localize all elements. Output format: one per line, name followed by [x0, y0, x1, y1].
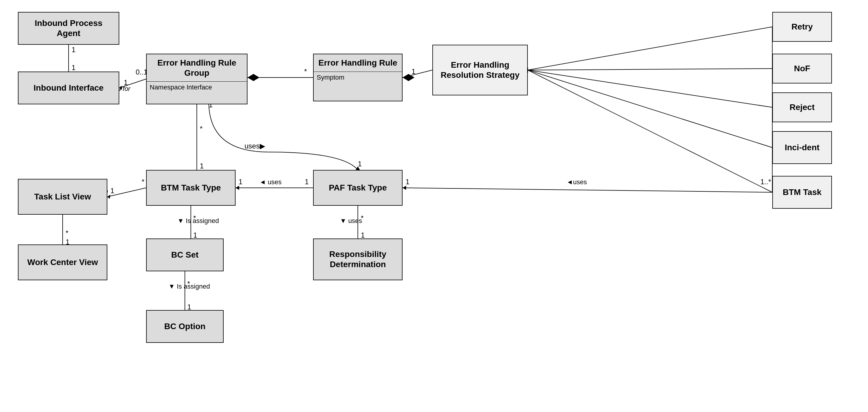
svg-text:1: 1 [124, 78, 128, 87]
error-handling-resolution-label: Error Handling Resolution Strategy [436, 60, 524, 80]
svg-line-18 [528, 70, 772, 148]
svg-text:*: * [200, 125, 203, 133]
svg-text:1: 1 [361, 231, 365, 239]
error-handling-rule-group-subtitle: Namespace Interface [147, 82, 247, 93]
paf-task-type-box: PAF Task Type [313, 170, 403, 206]
responsibility-determination-label: Responsibility Determination [314, 246, 402, 272]
btm-task-box: BTM Task [772, 176, 832, 209]
inbound-process-agent-label: Inbound Process Agent [19, 15, 119, 41]
error-handling-rule-box: Error Handling Rule Symptom [313, 54, 403, 101]
error-handling-rule-label: Error Handling Rule [315, 54, 400, 71]
bc-option-box: BC Option [146, 310, 224, 343]
uml-diagram: 1 1 1 0..1 Is defined for * 1 * 1 [0, 0, 868, 412]
svg-line-17 [528, 70, 772, 107]
svg-text:*: * [66, 229, 68, 237]
svg-marker-25 [356, 166, 360, 170]
svg-text:1: 1 [71, 45, 75, 54]
nof-label: NoF [794, 63, 810, 74]
incident-label: Inci-dent [785, 142, 820, 153]
svg-text:▼ Is assigned: ▼ Is assigned [178, 217, 219, 224]
task-list-view-label: Task List View [31, 189, 95, 205]
svg-marker-57 [403, 186, 406, 190]
btm-task-type-label: BTM Task Type [157, 180, 224, 196]
svg-text:▼ uses: ▼ uses [340, 217, 362, 224]
bc-set-label: BC Set [167, 247, 202, 263]
reject-box: Reject [772, 92, 832, 122]
work-center-view-label: Work Center View [24, 254, 101, 271]
error-handling-resolution-box: Error Handling Resolution Strategy [432, 45, 528, 95]
svg-marker-13 [403, 74, 414, 81]
retry-label: Retry [792, 22, 813, 32]
svg-text:uses▶: uses▶ [245, 142, 266, 150]
retry-box: Retry [772, 12, 832, 42]
svg-text:*: * [142, 178, 144, 186]
svg-text:◄ uses: ◄ uses [259, 178, 281, 186]
svg-text:1: 1 [71, 63, 75, 71]
error-handling-rule-subtitle: Symptom [314, 71, 402, 83]
work-center-view-box: Work Center View [18, 245, 107, 280]
bc-option-label: BC Option [161, 318, 209, 335]
svg-marker-32 [107, 195, 110, 199]
task-list-view-box: Task List View [18, 179, 107, 215]
btm-task-type-box: BTM Task Type [146, 170, 236, 206]
svg-text:▼ Is assigned: ▼ Is assigned [168, 283, 210, 290]
btm-task-label: BTM Task [783, 187, 822, 197]
inbound-interface-box: Inbound Interface [18, 71, 119, 104]
svg-text:1: 1 [405, 178, 409, 186]
svg-line-12 [403, 70, 432, 77]
svg-text:1..*: 1..* [761, 178, 771, 186]
bc-set-box: BC Set [146, 239, 224, 271]
svg-text:1: 1 [110, 187, 114, 195]
reject-label: Reject [789, 102, 815, 113]
error-handling-rule-group-label: Error Handling Rule Group [147, 54, 247, 82]
svg-line-16 [528, 69, 772, 70]
svg-text:*: * [193, 214, 196, 222]
svg-text:1: 1 [239, 178, 242, 186]
svg-text:1: 1 [200, 162, 204, 170]
error-handling-rule-group-box: Error Handling Rule Group Namespace Inte… [146, 54, 247, 104]
svg-text:◄uses: ◄uses [566, 178, 587, 186]
svg-marker-9 [247, 74, 259, 81]
svg-text:1: 1 [358, 160, 362, 168]
svg-text:1: 1 [411, 67, 415, 75]
svg-text:*: * [187, 280, 190, 288]
svg-line-3 [119, 79, 146, 88]
svg-marker-4 [119, 86, 122, 90]
svg-text:1: 1 [305, 178, 309, 186]
incident-box: Inci-dent [772, 131, 832, 164]
nof-box: NoF [772, 54, 832, 84]
svg-line-15 [528, 27, 772, 70]
svg-text:1: 1 [193, 231, 197, 239]
svg-text:1: 1 [187, 303, 191, 311]
svg-line-19 [528, 70, 772, 192]
responsibility-determination-box: Responsibility Determination [313, 239, 403, 280]
svg-line-29 [107, 188, 146, 197]
paf-task-type-label: PAF Task Type [325, 180, 391, 196]
svg-marker-48 [236, 186, 239, 190]
svg-line-54 [403, 188, 772, 192]
svg-text:*: * [361, 214, 364, 222]
svg-text:*: * [304, 67, 307, 75]
inbound-interface-label: Inbound Interface [30, 80, 107, 96]
inbound-process-agent-box: Inbound Process Agent [18, 12, 119, 45]
